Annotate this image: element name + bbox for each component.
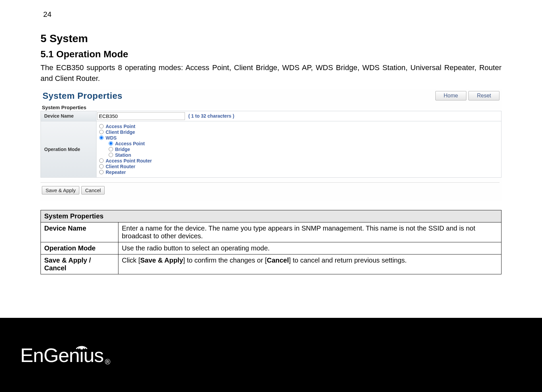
mode-label: Station	[115, 152, 131, 158]
mode-client-bridge[interactable]: Client Bridge	[99, 129, 498, 135]
table-row: Operation Mode Use the radio button to s…	[41, 242, 502, 254]
home-button[interactable]: Home	[435, 91, 467, 100]
text-fragment: Click [	[122, 257, 140, 264]
device-name-label: Device Name	[41, 111, 97, 121]
mode-label: Bridge	[115, 147, 130, 152]
desc-device-name-text: Enter a name for the device. The name yo…	[118, 222, 502, 242]
footer: EnGeni us®	[0, 318, 542, 392]
radio-access-point[interactable]	[99, 124, 104, 128]
table-row: Device Name Enter a name for the device.…	[41, 222, 502, 242]
mode-repeater[interactable]: Repeater	[99, 170, 498, 175]
mode-wds-bridge[interactable]: Bridge	[109, 147, 498, 152]
section-label: System Properties	[42, 104, 502, 110]
mode-access-point[interactable]: Access Point	[99, 124, 498, 129]
heading-operation-mode: 5.1 Operation Mode	[40, 49, 502, 60]
properties-table: Device Name ( 1 to 32 characters ) Opera…	[40, 111, 502, 178]
panel-title: System Properties	[43, 91, 123, 101]
radio-wds-ap[interactable]	[109, 141, 113, 146]
description-table: System Properties Device Name Enter a na…	[40, 210, 502, 274]
desc-save-cancel-text: Click [Save & Apply] to confirm the chan…	[118, 254, 502, 274]
mode-label: Access Point	[115, 141, 145, 146]
mode-ap-router[interactable]: Access Point Router	[99, 158, 498, 163]
text-bold: Cancel	[267, 257, 289, 264]
mode-label: Client Router	[106, 164, 135, 169]
radio-wds-station[interactable]	[109, 153, 113, 157]
mode-label: WDS	[106, 135, 117, 141]
save-apply-button[interactable]: Save & Apply	[42, 186, 79, 194]
text-bold: Save & Apply	[140, 257, 183, 264]
device-name-hint: ( 1 to 32 characters )	[188, 113, 234, 119]
desc-save-cancel-label: Save & Apply / Cancel	[41, 254, 118, 274]
cancel-button[interactable]: Cancel	[81, 186, 105, 194]
mode-label: Access Point Router	[106, 158, 152, 163]
intro-paragraph: The ECB350 supports 8 operating modes: A…	[40, 62, 502, 84]
mode-wds-access-point[interactable]: Access Point	[109, 141, 498, 146]
text-fragment: ] to confirm the changes or [	[183, 257, 267, 264]
wifi-icon	[75, 340, 88, 350]
radio-repeater[interactable]	[99, 170, 104, 174]
desc-op-mode-label: Operation Mode	[41, 242, 118, 254]
mode-wds[interactable]: WDS	[99, 135, 498, 141]
radio-wds-bridge[interactable]	[109, 147, 113, 151]
device-name-input[interactable]	[97, 112, 185, 120]
operation-mode-label: Operation Mode	[41, 121, 97, 177]
mode-wds-station[interactable]: Station	[109, 152, 498, 158]
radio-ap-router[interactable]	[99, 158, 104, 163]
desc-device-name-label: Device Name	[41, 222, 118, 242]
mode-label: Access Point	[106, 124, 135, 129]
radio-client-bridge[interactable]	[99, 130, 104, 134]
text-fragment: ] to cancel and return previous settings…	[289, 257, 407, 264]
mode-label: Repeater	[106, 170, 126, 175]
engenius-logo: EnGeni us®	[20, 344, 110, 366]
table-row: Save & Apply / Cancel Click [Save & Appl…	[41, 254, 502, 274]
radio-wds[interactable]	[99, 135, 104, 140]
reset-button[interactable]: Reset	[468, 91, 499, 100]
mode-client-router[interactable]: Client Router	[99, 164, 498, 169]
desc-header: System Properties	[41, 210, 502, 222]
heading-system: 5 System	[40, 32, 502, 45]
mode-label: Client Bridge	[106, 129, 135, 135]
desc-op-mode-text: Use the radio button to select an operat…	[118, 242, 502, 254]
system-properties-panel: System Properties Home Reset System Prop…	[40, 89, 502, 201]
radio-client-router[interactable]	[99, 164, 104, 169]
page-number: 24	[43, 10, 502, 19]
